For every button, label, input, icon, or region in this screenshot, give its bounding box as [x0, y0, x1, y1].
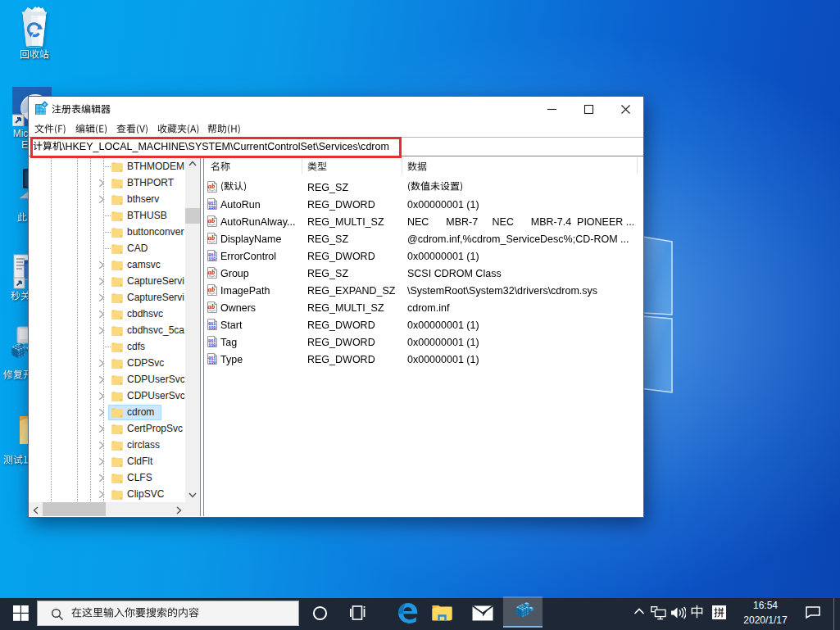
- svg-text:ab: ab: [208, 182, 216, 190]
- svg-text:ab: ab: [208, 285, 216, 293]
- svg-text:ab: ab: [208, 233, 216, 242]
- svg-text:110: 110: [208, 360, 216, 365]
- svg-text:110: 110: [208, 342, 216, 347]
- svg-text:110: 110: [208, 325, 216, 330]
- svg-text:ab: ab: [208, 302, 216, 310]
- svg-text:110: 110: [208, 256, 216, 261]
- svg-text:ab: ab: [208, 268, 216, 276]
- svg-text:ab: ab: [208, 216, 216, 224]
- svg-text:110: 110: [208, 205, 216, 210]
